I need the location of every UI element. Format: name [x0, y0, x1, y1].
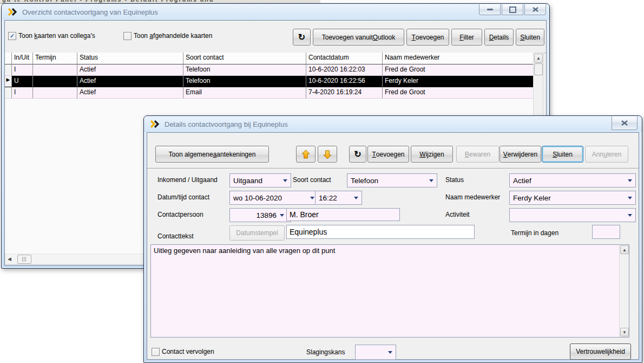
cell-soort-contact: Telefoon	[183, 76, 306, 87]
cell-in-uit: U	[12, 76, 33, 87]
contactpersoon-nummer-value: 13896	[256, 211, 277, 219]
tijd-select[interactable]: 16:22	[315, 191, 362, 205]
grid-header-termijn[interactable]: Termijn	[33, 53, 77, 64]
chevron-down-icon	[354, 197, 358, 199]
app-icon	[7, 8, 18, 16]
background-window-title: ga te Kontrol Panel - Programs - Default…	[2, 0, 214, 3]
table-row[interactable]: I Actief Telefoon 10-6-2020 16:22:03 Fre…	[5, 64, 533, 76]
close-details-button[interactable]: Sluiten	[542, 146, 583, 163]
maximize-icon	[509, 7, 516, 13]
status-label: Status	[445, 176, 464, 184]
grid-header-contactdatum[interactable]: Contactdatum	[306, 53, 383, 64]
details-button[interactable]: Details	[484, 29, 514, 46]
contactpersoon-naam-field[interactable]	[286, 208, 400, 221]
details-window: Details contactvoortgang bij Equineplus …	[143, 115, 642, 363]
details-window-title: Details contactvoortgang bij Equineplus	[165, 120, 288, 128]
row-pointer-icon: ▶	[6, 77, 10, 82]
refresh-icon: ↻	[354, 149, 361, 159]
previous-record-button[interactable]	[296, 146, 316, 163]
datum-select[interactable]: wo 10-06-2020	[229, 191, 318, 205]
inkomend-uitgaand-select[interactable]: Uitgaand	[229, 173, 291, 187]
refresh-button[interactable]: ↻	[293, 29, 311, 46]
save-button[interactable]: Bewaren	[456, 146, 499, 163]
add-from-outlook-button[interactable]: Toevoegen vanuit Outlook	[313, 29, 404, 46]
show-general-notes-button[interactable]: Toon algemene aantekeningen	[155, 146, 269, 163]
close-icon	[621, 120, 628, 126]
details-titlebar[interactable]: Details contactvoortgang bij Equineplus	[144, 116, 642, 132]
chevron-down-icon	[283, 179, 287, 182]
add-button[interactable]: Toevoegen	[406, 29, 449, 46]
maximize-button[interactable]	[502, 4, 523, 15]
tijd-value: 16:22	[319, 194, 337, 202]
next-record-button[interactable]	[318, 146, 337, 163]
close-window-button[interactable]: Sluiten	[516, 29, 544, 46]
vertrouwelijkheid-button[interactable]: Vertrouwelijkheid	[570, 343, 631, 360]
overview-titlebar[interactable]: Overzicht contactvoortgang van Equineplu…	[2, 4, 549, 20]
termijn-in-dagen-field[interactable]	[592, 225, 620, 239]
chevron-down-icon	[280, 214, 284, 217]
datum-tijd-label: Datum/tijd contact	[157, 193, 209, 201]
chevron-down-icon	[310, 197, 314, 199]
grid-header-row: In/Uit Termijn Status Soort contact Cont…	[5, 53, 533, 64]
activiteit-select[interactable]	[509, 208, 636, 222]
scroll-down-button[interactable]: ▼	[620, 328, 629, 336]
horizontal-scroll-thumb[interactable]	[17, 255, 31, 264]
soort-contact-value: Telefoon	[351, 177, 378, 185]
table-row-selected[interactable]: ▶ U Actief Telefoon 10-6-2020 16:22:56 F…	[5, 76, 533, 87]
minimize-icon	[487, 9, 493, 10]
cell-soort-contact: Telefoon	[183, 64, 306, 76]
grid-header-soort-contact[interactable]: Soort contact	[183, 53, 306, 64]
cell-termijn	[33, 87, 77, 99]
scroll-left-icon[interactable]: ◀	[8, 256, 11, 262]
cell-termijn	[33, 76, 77, 87]
vertical-scroll-thumb[interactable]	[534, 63, 543, 75]
close-button[interactable]	[524, 4, 546, 15]
contactpersoon-nummer-select[interactable]: 13896	[229, 208, 291, 222]
refresh-button[interactable]: ↻	[349, 146, 366, 163]
orange-up-arrow-icon	[301, 150, 311, 159]
grid-header-naam-medewerker[interactable]: Naam medewerker	[383, 53, 533, 64]
edit-button[interactable]: Wijzigen	[411, 146, 453, 163]
inkomend-uitgaand-label: Inkomend / Uitgaand	[157, 176, 218, 184]
grid-header-status[interactable]: Status	[77, 53, 183, 64]
show-handled-checkbox[interactable]	[123, 32, 132, 40]
cell-naam-medewerker: Ferdy Keler	[383, 76, 533, 87]
row-indicator-pointer: ▶	[5, 76, 12, 87]
table-row[interactable]: I Actief Email 7-4-2020 16:19:24 Fred de…	[5, 87, 533, 99]
scroll-up-button[interactable]: ▲	[620, 245, 629, 254]
termijn-in-dagen-label: Termijn in dagen	[511, 229, 558, 237]
minimize-button[interactable]	[479, 4, 501, 15]
inkomend-uitgaand-value: Uitgaand	[233, 177, 262, 185]
scroll-down-icon: ▼	[622, 330, 627, 335]
chevron-down-icon	[628, 197, 632, 199]
contacttekst-body-textarea[interactable]: Uitleg gegeven naar aanleiding van alle …	[151, 245, 618, 336]
chevron-down-icon	[628, 214, 632, 217]
show-colleagues-label[interactable]: Toon kaarten van collega's	[18, 32, 95, 40]
show-handled-label[interactable]: Toon afgehandelde kaarten	[134, 32, 212, 40]
status-value: Actief	[513, 177, 531, 185]
delete-button[interactable]: Verwijderen	[500, 146, 541, 163]
add-button[interactable]: Toevoegen	[367, 146, 409, 163]
contactpersoon-label: Contactpersoon	[157, 211, 203, 218]
close-button[interactable]	[612, 116, 638, 130]
naam-medewerker-select[interactable]: Ferdy Keler	[509, 191, 636, 205]
datumstempel-button[interactable]: Datumstempel	[229, 225, 285, 241]
cancel-button[interactable]: Annuleren	[585, 146, 628, 163]
slagingskans-select[interactable]	[355, 345, 396, 360]
filter-button[interactable]: Filter	[451, 29, 482, 46]
cell-contactdatum: 7-4-2020 16:19:24	[306, 87, 383, 99]
textarea-scrollbar[interactable]: ▲ ▼	[619, 245, 629, 337]
cell-naam-medewerker: Fred de Groot	[383, 87, 533, 99]
refresh-icon: ↻	[298, 32, 305, 42]
show-colleagues-checkbox[interactable]: ✓	[8, 32, 16, 40]
contact-vervolgen-label[interactable]: Contact vervolgen	[162, 348, 214, 355]
soort-contact-select[interactable]: Telefoon	[347, 173, 437, 187]
cell-status: Actief	[77, 76, 183, 87]
details-window-controls	[612, 116, 638, 130]
grid-header-in-uit[interactable]: In/Uit	[12, 53, 33, 64]
scroll-up-button[interactable]: ▲	[534, 54, 543, 63]
cell-naam-medewerker: Fred de Groot	[383, 64, 533, 76]
contact-vervolgen-checkbox[interactable]	[152, 348, 160, 356]
contacttekst-titel-field[interactable]	[286, 225, 475, 239]
status-select[interactable]: Actief	[509, 173, 636, 187]
